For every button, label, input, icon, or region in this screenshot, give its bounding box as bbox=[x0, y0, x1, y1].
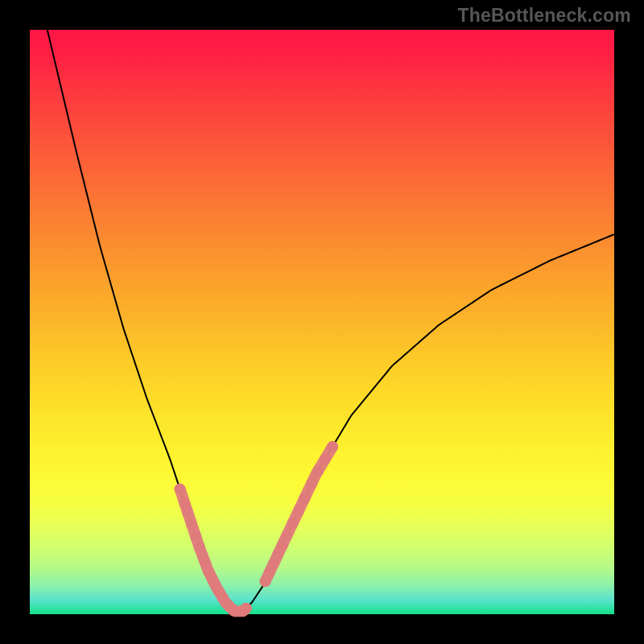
chart-frame: TheBottleneck.com bbox=[0, 0, 644, 644]
marker-dot bbox=[277, 539, 288, 551]
curve-line bbox=[47, 30, 614, 611]
watermark-text: TheBottleneck.com bbox=[457, 5, 631, 27]
marker-dot bbox=[175, 484, 186, 495]
marker-dot bbox=[327, 441, 338, 452]
marker-dot bbox=[241, 603, 252, 614]
curve-path bbox=[47, 30, 614, 611]
marker-dot bbox=[268, 558, 279, 569]
marker-dot bbox=[293, 506, 304, 517]
marker-dot bbox=[312, 465, 324, 477]
marker-dot bbox=[299, 493, 310, 504]
marker-dot bbox=[320, 454, 331, 465]
marker-dot bbox=[186, 518, 197, 530]
marker-dot bbox=[281, 530, 292, 541]
curve-markers bbox=[175, 441, 338, 617]
marker-dot bbox=[287, 518, 299, 529]
marker-dot bbox=[306, 478, 317, 489]
marker-dot bbox=[182, 506, 193, 518]
marker-dot bbox=[190, 530, 201, 542]
chart-overlay bbox=[30, 30, 614, 614]
